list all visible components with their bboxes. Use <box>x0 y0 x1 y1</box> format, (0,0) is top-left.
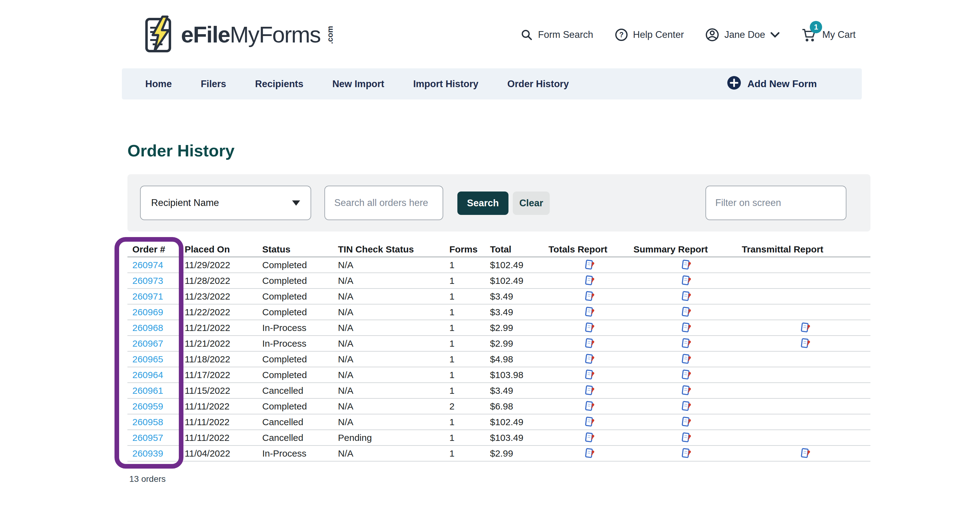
nav-item-import-history[interactable]: Import History <box>413 78 478 89</box>
add-new-form-button[interactable]: Add New Form <box>727 76 817 92</box>
nav-item-recipients[interactable]: Recipients <box>255 78 304 89</box>
status-cell: Completed <box>261 291 337 302</box>
summary-report-icon[interactable] <box>681 432 692 444</box>
tin-check-status-cell: N/A <box>337 307 448 317</box>
table-row: 26093911/04/2022In-ProcessN/A1$2.99 <box>127 446 870 462</box>
summary-report-icon[interactable] <box>681 369 692 381</box>
totals-report-cell <box>547 354 632 365</box>
table-row: 26096411/17/2022CompletedN/A1$103.98 <box>127 367 870 383</box>
summary-report-cell <box>632 338 741 349</box>
nav-item-new-import[interactable]: New Import <box>332 78 384 89</box>
status-cell: Cancelled <box>261 385 337 396</box>
form-search-link[interactable]: Form Search <box>520 28 593 41</box>
summary-report-icon[interactable] <box>681 447 692 459</box>
totals-report-cell <box>547 385 632 397</box>
help-center-label: Help Center <box>633 29 684 40</box>
forms-cell: 1 <box>448 370 489 380</box>
filter-on-screen-input[interactable] <box>705 186 846 220</box>
order-number-cell: 260958 <box>127 417 183 427</box>
totals-report-icon[interactable] <box>584 306 595 318</box>
summary-report-icon[interactable] <box>681 354 692 365</box>
summary-report-cell <box>632 259 741 271</box>
totals-report-icon[interactable] <box>584 354 595 365</box>
forms-cell: 1 <box>448 307 489 317</box>
totals-report-icon[interactable] <box>584 385 595 397</box>
totals-report-icon[interactable] <box>584 259 595 271</box>
order-table-body: 26097411/29/2022CompletedN/A1$102.492609… <box>127 257 870 462</box>
order-number-link[interactable]: 260964 <box>132 370 163 380</box>
forms-cell: 1 <box>448 448 489 459</box>
order-number-link[interactable]: 260958 <box>132 417 163 427</box>
totals-report-icon[interactable] <box>584 401 595 412</box>
forms-cell: 1 <box>448 433 489 443</box>
summary-report-icon[interactable] <box>681 385 692 397</box>
forms-cell: 1 <box>448 323 489 333</box>
summary-report-icon[interactable] <box>681 401 692 412</box>
status-cell: Completed <box>261 370 337 380</box>
help-center-link[interactable]: ? Help Center <box>615 28 684 41</box>
tin-check-status-cell: N/A <box>337 260 448 270</box>
transmittal-report-cell <box>741 338 870 349</box>
clear-button[interactable]: Clear <box>513 191 550 215</box>
table-row: 26096711/21/2022In-ProcessN/A1$2.99 <box>127 336 870 352</box>
totals-report-icon[interactable] <box>584 275 595 287</box>
tin-check-status-cell: N/A <box>337 275 448 286</box>
user-menu[interactable]: Jane Doe <box>705 28 780 42</box>
totals-report-icon[interactable] <box>584 416 595 428</box>
order-number-link[interactable]: 260939 <box>132 448 163 459</box>
my-cart-link[interactable]: 1 My Cart <box>801 27 856 43</box>
status-cell: In-Process <box>261 338 337 349</box>
totals-report-icon[interactable] <box>584 369 595 381</box>
order-number-link[interactable]: 260967 <box>132 338 163 349</box>
nav-item-home[interactable]: Home <box>145 78 172 89</box>
order-number-link[interactable]: 260961 <box>132 385 163 396</box>
order-number-link[interactable]: 260968 <box>132 323 163 333</box>
order-number-link[interactable]: 260965 <box>132 354 163 364</box>
table-row: 26096911/22/2022CompletedN/A1$3.49 <box>127 304 870 320</box>
order-number-link[interactable]: 260957 <box>132 433 163 443</box>
order-number-link[interactable]: 260973 <box>132 275 163 286</box>
forms-cell: 1 <box>448 417 489 427</box>
status-cell: Completed <box>261 275 337 286</box>
summary-report-icon[interactable] <box>681 338 692 349</box>
order-number-link[interactable]: 260969 <box>132 307 163 317</box>
totals-report-icon[interactable] <box>584 432 595 444</box>
search-field-select[interactable]: Recipient Name <box>140 186 311 220</box>
summary-report-icon[interactable] <box>681 306 692 318</box>
status-cell: In-Process <box>261 448 337 459</box>
totals-report-cell <box>547 432 632 444</box>
orders-search-input[interactable] <box>325 186 443 220</box>
transmittal-report-icon[interactable] <box>800 447 811 459</box>
col-header-transmittal-report: Transmittal Report <box>741 244 870 255</box>
nav-item-order-history[interactable]: Order History <box>507 78 569 89</box>
summary-report-icon[interactable] <box>681 259 692 271</box>
order-number-link[interactable]: 260971 <box>132 291 163 301</box>
placed-on-cell: 11/22/2022 <box>183 307 261 317</box>
placed-on-cell: 11/11/2022 <box>183 417 261 427</box>
totals-report-cell <box>547 275 632 287</box>
summary-report-icon[interactable] <box>681 416 692 428</box>
totals-report-icon[interactable] <box>584 447 595 459</box>
transmittal-report-icon[interactable] <box>800 338 811 349</box>
status-cell: Completed <box>261 354 337 365</box>
search-button[interactable]: Search <box>457 191 509 215</box>
order-number-link[interactable]: 260974 <box>132 260 163 270</box>
totals-report-icon[interactable] <box>584 291 595 303</box>
table-row: 26096111/15/2022CancelledN/A1$3.49 <box>127 383 870 399</box>
efilemyforms-logo[interactable]: eFile MyForms .com <box>144 15 339 54</box>
tin-check-status-cell: N/A <box>337 291 448 302</box>
clipboard-lightning-logo-icon <box>144 15 177 54</box>
summary-report-cell <box>632 369 741 381</box>
total-cell: $2.99 <box>489 323 547 333</box>
totals-report-icon[interactable] <box>584 322 595 334</box>
order-number-cell: 260957 <box>127 433 183 443</box>
summary-report-icon[interactable] <box>681 291 692 303</box>
transmittal-report-icon[interactable] <box>800 322 811 334</box>
summary-report-icon[interactable] <box>681 322 692 334</box>
summary-report-cell <box>632 385 741 397</box>
summary-report-icon[interactable] <box>681 275 692 287</box>
totals-report-icon[interactable] <box>584 338 595 349</box>
totals-report-cell <box>547 338 632 349</box>
nav-item-filers[interactable]: Filers <box>200 78 226 89</box>
order-number-link[interactable]: 260959 <box>132 401 163 411</box>
